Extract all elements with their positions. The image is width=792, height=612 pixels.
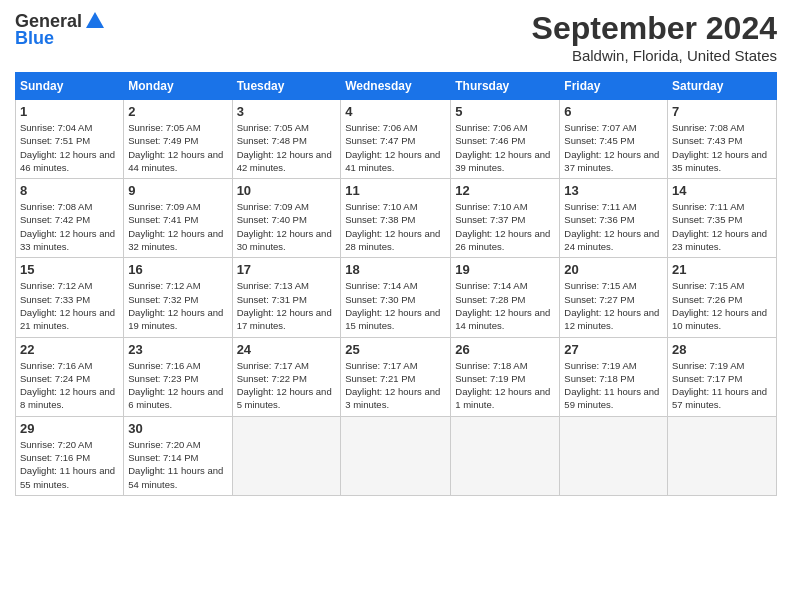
header-monday: Monday (124, 73, 232, 100)
page-header: General Blue September 2024 Baldwin, Flo… (15, 10, 777, 64)
calendar-cell-21: 21Sunrise: 7:15 AMSunset: 7:26 PMDayligh… (668, 258, 777, 337)
calendar-cell-1: 1Sunrise: 7:04 AMSunset: 7:51 PMDaylight… (16, 100, 124, 179)
calendar-cell-empty (232, 416, 341, 495)
header-sunday: Sunday (16, 73, 124, 100)
header-wednesday: Wednesday (341, 73, 451, 100)
calendar-cell-30: 30Sunrise: 7:20 AMSunset: 7:14 PMDayligh… (124, 416, 232, 495)
header-saturday: Saturday (668, 73, 777, 100)
calendar-title: September 2024 (532, 10, 777, 47)
calendar-cell-empty (341, 416, 451, 495)
header-tuesday: Tuesday (232, 73, 341, 100)
calendar-cell-13: 13Sunrise: 7:11 AMSunset: 7:36 PMDayligh… (560, 179, 668, 258)
svg-marker-0 (86, 12, 104, 28)
calendar-cell-8: 8Sunrise: 7:08 AMSunset: 7:42 PMDaylight… (16, 179, 124, 258)
logo: General Blue (15, 10, 106, 49)
calendar-cell-26: 26Sunrise: 7:18 AMSunset: 7:19 PMDayligh… (451, 337, 560, 416)
logo-blue-text: Blue (15, 28, 54, 49)
calendar-subtitle: Baldwin, Florida, United States (532, 47, 777, 64)
calendar-cell-29: 29Sunrise: 7:20 AMSunset: 7:16 PMDayligh… (16, 416, 124, 495)
calendar-week-1: 8Sunrise: 7:08 AMSunset: 7:42 PMDaylight… (16, 179, 777, 258)
calendar-cell-empty (668, 416, 777, 495)
calendar-cell-3: 3Sunrise: 7:05 AMSunset: 7:48 PMDaylight… (232, 100, 341, 179)
calendar-week-4: 29Sunrise: 7:20 AMSunset: 7:16 PMDayligh… (16, 416, 777, 495)
calendar-cell-12: 12Sunrise: 7:10 AMSunset: 7:37 PMDayligh… (451, 179, 560, 258)
calendar-cell-6: 6Sunrise: 7:07 AMSunset: 7:45 PMDaylight… (560, 100, 668, 179)
calendar-cell-7: 7Sunrise: 7:08 AMSunset: 7:43 PMDaylight… (668, 100, 777, 179)
calendar-cell-28: 28Sunrise: 7:19 AMSunset: 7:17 PMDayligh… (668, 337, 777, 416)
calendar-header-row: Sunday Monday Tuesday Wednesday Thursday… (16, 73, 777, 100)
calendar-cell-17: 17Sunrise: 7:13 AMSunset: 7:31 PMDayligh… (232, 258, 341, 337)
calendar-cell-empty (451, 416, 560, 495)
calendar-cell-20: 20Sunrise: 7:15 AMSunset: 7:27 PMDayligh… (560, 258, 668, 337)
header-friday: Friday (560, 73, 668, 100)
calendar-week-3: 22Sunrise: 7:16 AMSunset: 7:24 PMDayligh… (16, 337, 777, 416)
calendar-cell-14: 14Sunrise: 7:11 AMSunset: 7:35 PMDayligh… (668, 179, 777, 258)
calendar-cell-16: 16Sunrise: 7:12 AMSunset: 7:32 PMDayligh… (124, 258, 232, 337)
calendar-cell-18: 18Sunrise: 7:14 AMSunset: 7:30 PMDayligh… (341, 258, 451, 337)
calendar-cell-23: 23Sunrise: 7:16 AMSunset: 7:23 PMDayligh… (124, 337, 232, 416)
calendar-cell-9: 9Sunrise: 7:09 AMSunset: 7:41 PMDaylight… (124, 179, 232, 258)
calendar-cell-22: 22Sunrise: 7:16 AMSunset: 7:24 PMDayligh… (16, 337, 124, 416)
calendar-cell-25: 25Sunrise: 7:17 AMSunset: 7:21 PMDayligh… (341, 337, 451, 416)
calendar-cell-19: 19Sunrise: 7:14 AMSunset: 7:28 PMDayligh… (451, 258, 560, 337)
calendar-cell-27: 27Sunrise: 7:19 AMSunset: 7:18 PMDayligh… (560, 337, 668, 416)
calendar-cell-empty (560, 416, 668, 495)
calendar-title-area: September 2024 Baldwin, Florida, United … (532, 10, 777, 64)
calendar-cell-5: 5Sunrise: 7:06 AMSunset: 7:46 PMDaylight… (451, 100, 560, 179)
calendar-cell-10: 10Sunrise: 7:09 AMSunset: 7:40 PMDayligh… (232, 179, 341, 258)
calendar-week-2: 15Sunrise: 7:12 AMSunset: 7:33 PMDayligh… (16, 258, 777, 337)
calendar-week-0: 1Sunrise: 7:04 AMSunset: 7:51 PMDaylight… (16, 100, 777, 179)
calendar-cell-24: 24Sunrise: 7:17 AMSunset: 7:22 PMDayligh… (232, 337, 341, 416)
calendar-cell-11: 11Sunrise: 7:10 AMSunset: 7:38 PMDayligh… (341, 179, 451, 258)
calendar-cell-2: 2Sunrise: 7:05 AMSunset: 7:49 PMDaylight… (124, 100, 232, 179)
calendar-table: Sunday Monday Tuesday Wednesday Thursday… (15, 72, 777, 496)
header-thursday: Thursday (451, 73, 560, 100)
calendar-cell-4: 4Sunrise: 7:06 AMSunset: 7:47 PMDaylight… (341, 100, 451, 179)
logo-icon (84, 10, 106, 32)
calendar-cell-15: 15Sunrise: 7:12 AMSunset: 7:33 PMDayligh… (16, 258, 124, 337)
